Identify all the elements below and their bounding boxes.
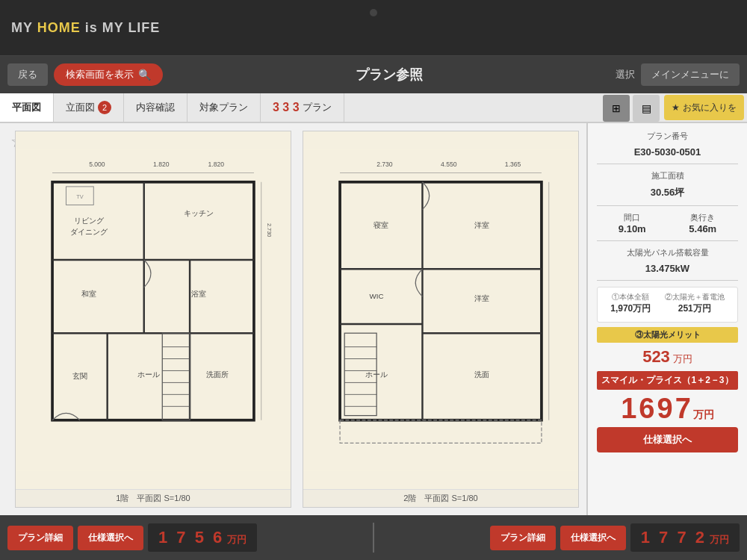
top-bar: MY HOME is MY LIFE	[0, 0, 747, 56]
frontage-col: 間口 9.10m	[619, 212, 646, 234]
floor-plan-2-image: 2.730 4.550 1.365 寝室 洋室 WIC	[303, 131, 578, 489]
svg-text:1.820: 1.820	[208, 161, 225, 168]
smile-price-bar: スマイル・プライス（1＋2－3）	[597, 371, 738, 390]
favorite-button[interactable]: ★ お気に入りを	[664, 95, 744, 120]
floor-plans-row: 5.000 1.820 1.820	[7, 131, 579, 508]
svg-text:玄関: 玄関	[72, 373, 87, 381]
bottom-price-1: 1 7 5 6 万円	[148, 523, 257, 552]
svg-rect-30	[303, 150, 578, 470]
tab-ritsumenzu-label: 立面図	[66, 101, 95, 114]
solar-capacity-value: 13.475kW	[597, 263, 738, 274]
tab-heimenzu-label: 平面図	[12, 101, 41, 114]
list-view-icon: ▤	[642, 102, 651, 114]
bottom-price-2: 1 7 7 2 万円	[630, 523, 740, 552]
divider-1	[597, 164, 738, 164]
select-spec-button[interactable]: 仕様選択へ	[597, 427, 738, 452]
search-icon: 🔍	[138, 69, 151, 81]
floor-plan-2-svg: 2.730 4.550 1.365 寝室 洋室 WIC	[303, 131, 578, 489]
solar-merit-unit: 万円	[673, 352, 692, 366]
plan-detail-btn-1[interactable]: プラン詳細	[7, 526, 73, 550]
grid-view-button[interactable]: ⊞	[603, 95, 630, 122]
depth-value: 5.46m	[689, 223, 716, 234]
search-screen-label: 検索画面を表示	[66, 68, 134, 81]
area-value: 30.56坪	[597, 186, 738, 199]
frontage-label: 間口	[624, 212, 640, 223]
fav-label: お気に入りを	[683, 102, 737, 114]
svg-text:2.730: 2.730	[266, 223, 273, 237]
big-price-row: 1 6 9 7 万円	[597, 394, 738, 423]
tab-plan-numbers: 3 3 3	[273, 101, 300, 114]
tab-taisho-label: 対象プラン	[199, 101, 248, 114]
main-content: ☆ 5.000 1.820 1.820	[0, 123, 747, 515]
star-icon: ★	[672, 102, 680, 113]
svg-text:2.730: 2.730	[376, 161, 393, 168]
floor-plan-2: 2.730 4.550 1.365 寝室 洋室 WIC	[303, 131, 579, 508]
spec-select-btn-2[interactable]: 仕様選択へ	[560, 526, 626, 550]
svg-text:ホール: ホール	[137, 370, 160, 379]
bottom-price-1-digits: 1 7 5 6	[158, 528, 224, 547]
search-screen-button[interactable]: 検索画面を表示 🔍	[54, 63, 163, 86]
svg-rect-0	[16, 150, 291, 470]
plan-number-label: プラン番号	[597, 131, 738, 142]
bottom-price-2-digits: 1 7 7 2	[641, 528, 707, 547]
big-price-4: 7	[675, 394, 691, 423]
svg-text:リビング: リビング	[74, 217, 105, 225]
spec-select-btn-1[interactable]: 仕様選択へ	[78, 526, 143, 550]
tab-plan333[interactable]: 3 3 3 プラン	[261, 93, 344, 122]
plan-detail-btn-2[interactable]: プラン詳細	[490, 526, 556, 550]
svg-text:TV: TV	[76, 193, 83, 200]
price2-label: ②太陽光＋蓄電池	[665, 292, 725, 302]
tab-naiyokakunin[interactable]: 内容確認	[124, 93, 187, 122]
floor-plan-1-image: 5.000 1.820 1.820	[16, 131, 291, 489]
svg-text:浴室: 浴室	[191, 290, 206, 298]
bottom-bar: プラン詳細 仕様選択へ 1 7 5 6 万円 プラン詳細 仕様選択へ 1 7 7…	[0, 515, 747, 560]
solar-merit-value: 523	[642, 347, 670, 367]
price1-label: ①本体全額	[612, 292, 649, 302]
bottom-price-1-unit: 万円	[227, 533, 247, 547]
divider-4	[597, 280, 738, 281]
svg-text:ダイニング: ダイニング	[70, 228, 108, 236]
floor-plan-1-label: 1階 平面図 S=1/80	[16, 489, 291, 507]
bottom-divider	[373, 523, 374, 553]
select-label: 選択	[616, 68, 635, 81]
nav-bar: 戻る 検索画面を表示 🔍 プラン参照 選択 メインメニューに	[0, 56, 747, 93]
solar-capacity-label: 太陽光パネル搭載容量	[597, 247, 738, 258]
svg-text:1.820: 1.820	[153, 161, 170, 168]
tab-heimenzu[interactable]: 平面図	[0, 93, 54, 122]
depth-col: 奥行き 5.46m	[689, 212, 716, 234]
tab-naiyokakunin-label: 内容確認	[136, 101, 175, 114]
main-menu-button[interactable]: メインメニューに	[641, 63, 740, 86]
camera-dot	[370, 9, 377, 16]
right-panel: プラン番号 E30-5030-0501 施工面積 30.56坪 間口 9.10m…	[586, 123, 747, 515]
area-label: 施工面積	[597, 170, 738, 181]
tab-ritsumenzu[interactable]: 立面図 2	[54, 93, 124, 122]
frontage-depth-row: 間口 9.10m 奥行き 5.46m	[597, 212, 738, 234]
svg-text:洋室: 洋室	[474, 221, 489, 229]
floor-plan-1: 5.000 1.820 1.820	[15, 131, 291, 508]
svg-text:和室: 和室	[81, 290, 96, 298]
floor-plan-2-label: 2階 平面図 S=1/80	[303, 489, 578, 507]
svg-text:1.365: 1.365	[505, 161, 521, 168]
list-view-button[interactable]: ▤	[633, 95, 660, 122]
svg-text:WIC: WIC	[370, 292, 384, 300]
price2-value: 251万円	[678, 302, 711, 315]
svg-text:5.000: 5.000	[89, 161, 105, 168]
svg-text:キッチン: キッチン	[184, 209, 214, 217]
price1-value: 1,970万円	[610, 302, 651, 315]
price2-col: ②太陽光＋蓄電池 251万円	[665, 292, 725, 315]
divider-2	[597, 205, 738, 206]
bottom-price-2-unit: 万円	[710, 533, 729, 547]
solar-merit-bar: ③太陽光メリット	[597, 327, 738, 343]
logo-text: MY HOME is MY LIFE	[11, 20, 160, 36]
svg-text:洗面所: 洗面所	[206, 370, 229, 379]
tab-taisho-plan[interactable]: 対象プラン	[187, 93, 261, 122]
big-price-2: 6	[639, 394, 654, 423]
depth-label: 奥行き	[690, 212, 715, 223]
grid-view-icon: ⊞	[612, 102, 621, 114]
big-price-unit: 万円	[693, 408, 714, 422]
logo-home: HOME	[37, 20, 81, 35]
back-button[interactable]: 戻る	[7, 63, 48, 86]
solar-merit-row: 523 万円	[597, 347, 738, 367]
floor-plan-1-svg: 5.000 1.820 1.820	[16, 131, 291, 489]
big-price-1: 1	[621, 394, 636, 423]
